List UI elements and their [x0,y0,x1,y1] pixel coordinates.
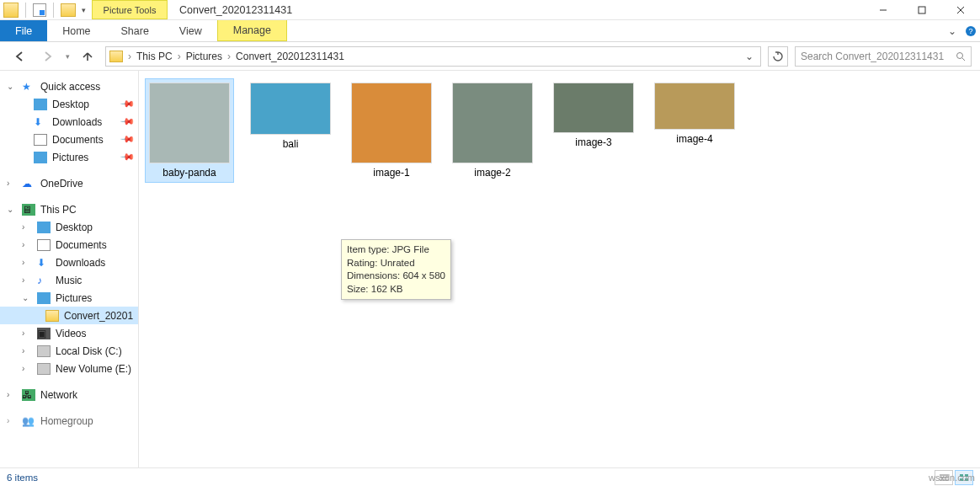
breadcrumb[interactable]: Convert_202012311431 [236,51,344,62]
sidebar-item-pictures[interactable]: ⌄Pictures [0,289,138,307]
refresh-button[interactable] [768,46,788,67]
file-name-label: bali [283,138,299,150]
pin-icon: 📌 [119,149,135,165]
thumbnail-image [351,83,432,163]
help-icon[interactable]: ? [961,20,980,41]
sidebar-item-music[interactable]: ›♪Music [0,271,138,289]
sidebar-item-desktop[interactable]: Desktop📌 [0,95,138,113]
downloads-icon: ⬇ [34,116,47,128]
sidebar-item-label: Pictures [52,152,88,163]
drive-icon [37,363,51,375]
tab-home[interactable]: Home [47,20,105,41]
qat-dropdown-icon[interactable]: ▾ [79,6,88,14]
tooltip-line: Size: 162 KB [347,283,445,296]
sidebar-item-label: This PC [40,204,77,216]
crumb-sep-icon: › [126,51,133,62]
breadcrumb[interactable]: This PC [136,51,173,62]
file-thumbnail[interactable]: baby-panda [146,79,233,182]
tab-share[interactable]: Share [106,20,164,41]
desktop-icon [37,222,51,233]
sidebar-item-label: Quick access [40,81,100,93]
address-dropdown-icon[interactable]: ⌄ [742,51,757,62]
sidebar-onedrive[interactable]: ›☁OneDrive [0,174,138,192]
sidebar-item-local-disk-c[interactable]: ›Local Disk (C:) [0,342,138,360]
onedrive-icon: ☁ [22,178,35,190]
thumbnail-image [250,83,331,135]
music-icon: ♪ [37,275,51,286]
minimize-button[interactable] [864,0,903,20]
ribbon-expand-icon[interactable]: ⌄ [943,20,961,41]
status-item-count: 6 items [7,473,38,483]
svg-text:?: ? [968,27,972,35]
thumbnail-image [149,83,230,163]
tab-manage[interactable]: Manage [217,20,287,41]
nav-up-button[interactable] [77,45,99,67]
address-bar[interactable]: › This PC › Pictures › Convert_202012311… [105,46,761,67]
sidebar-item-label: Music [56,275,82,286]
pictures-icon [34,152,47,163]
sidebar-item-label: OneDrive [40,178,83,190]
sidebar-item-new-volume-e[interactable]: ›New Volume (E:) [0,360,138,377]
drive-icon [37,345,51,357]
folder-icon [45,310,59,322]
sidebar-item-label: Videos [56,328,86,339]
tab-file[interactable]: File [0,20,47,41]
navigation-pane[interactable]: ⌄★Quick access Desktop📌 ⬇Downloads📌 Docu… [0,71,139,467]
thumbnail-image [654,83,735,130]
sidebar-item-label: Documents [52,134,104,146]
documents-icon [37,239,51,251]
sidebar-item-documents[interactable]: ›Documents [0,236,138,254]
sidebar-item-label: Documents [56,239,107,251]
sidebar-item-videos[interactable]: ›▣Videos [0,324,138,342]
watermark: wsxdn.com [929,473,975,483]
search-input[interactable]: Search Convert_202012311431 [795,46,972,67]
sidebar-item-label: Desktop [52,99,89,110]
sidebar-quick-access[interactable]: ⌄★Quick access [0,77,138,95]
nav-forward-button[interactable] [37,45,59,67]
sidebar-item-label: Downloads [56,257,105,269]
search-icon [956,51,966,61]
crumb-sep-icon: › [226,51,232,62]
qat-separator [25,3,26,18]
sidebar-item-documents[interactable]: Documents📌 [0,131,138,148]
pictures-icon [37,292,51,304]
sidebar-item-pictures[interactable]: Pictures📌 [0,148,138,166]
file-thumbnail[interactable]: bali [247,79,334,153]
status-bar: 6 items [0,467,980,486]
sidebar-item-desktop[interactable]: ›Desktop [0,218,138,236]
new-folder-icon[interactable] [61,3,76,17]
file-thumbnail[interactable]: image-1 [348,79,435,182]
window-controls [864,0,980,19]
sidebar-item-label: Network [40,389,77,401]
homegroup-icon: 👥 [22,415,35,427]
svg-rect-1 [919,7,925,13]
file-tooltip: Item type: JPG File Rating: Unrated Dime… [341,239,451,300]
sidebar-item-downloads[interactable]: ⬇Downloads📌 [0,113,138,131]
properties-icon[interactable] [33,3,46,17]
app-folder-icon [3,3,19,18]
tab-view[interactable]: View [164,20,217,41]
file-thumbnail[interactable]: image-3 [550,79,637,152]
file-thumbnail[interactable]: image-2 [449,79,536,182]
nav-back-button[interactable] [8,45,30,67]
sidebar-homegroup[interactable]: ›👥Homegroup [0,412,138,430]
tooltip-line: Rating: Unrated [347,257,445,270]
network-icon: 🖧 [22,389,35,401]
window-title: Convert_202012311431 [168,0,864,19]
file-thumbnail[interactable]: image-4 [651,79,738,148]
star-icon: ★ [22,81,35,93]
maximize-button[interactable] [903,0,941,20]
file-name-label: image-4 [676,133,712,145]
documents-icon [34,134,47,146]
sidebar-item-convert-folder[interactable]: Convert_20201 [0,307,138,324]
sidebar-item-label: Convert_20201 [64,310,133,322]
close-button[interactable] [941,0,980,20]
breadcrumb[interactable]: Pictures [186,51,222,62]
file-list-pane[interactable]: baby-pandabaliimage-1image-2image-3image… [139,71,980,467]
sidebar-network[interactable]: ›🖧Network [0,386,138,403]
recent-locations-dropdown[interactable]: ▾ [66,52,70,61]
sidebar-item-downloads[interactable]: ›⬇Downloads [0,254,138,271]
sidebar-this-pc[interactable]: ⌄🖥This PC [0,200,138,218]
sidebar-item-label: Homegroup [40,415,93,427]
file-name-label: baby-panda [162,167,216,179]
